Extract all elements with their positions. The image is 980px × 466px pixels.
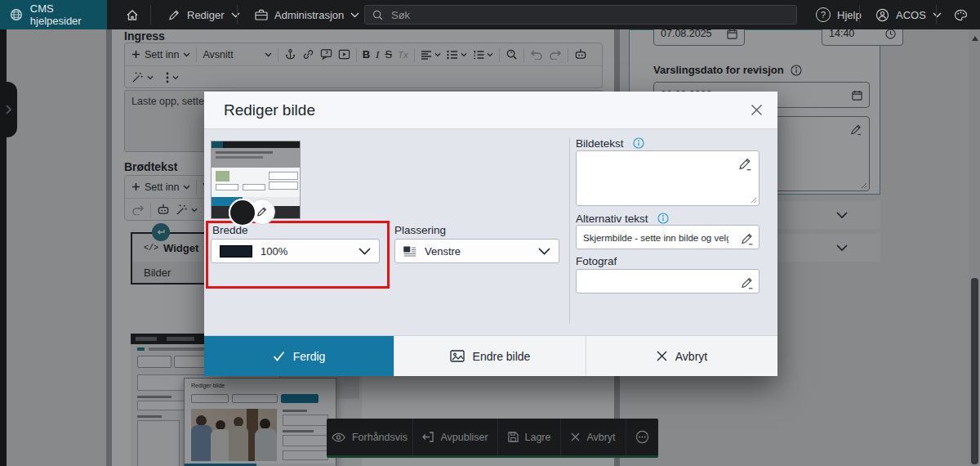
pencil-icon <box>738 157 752 171</box>
plassering-label: Plassering <box>394 224 446 236</box>
home-icon <box>126 9 139 21</box>
global-search[interactable] <box>364 5 797 25</box>
check-icon <box>273 351 285 361</box>
pencil-icon <box>741 232 754 245</box>
endre-bilde-button[interactable]: Endre bilde <box>394 336 586 376</box>
pencil-icon <box>256 206 268 217</box>
bildetekst-textarea[interactable] <box>576 150 760 206</box>
help-button[interactable]: ? Hjelp <box>804 0 873 29</box>
rediger-bilde-modal: Rediger bilde i <box>204 92 777 376</box>
cms-screen: Ingress Sett inn Avsnitt B <box>0 0 980 466</box>
chevron-down-icon <box>350 12 359 18</box>
fotograf-field[interactable] <box>576 269 760 293</box>
modal-close-icon[interactable] <box>751 104 763 116</box>
search-input[interactable] <box>390 8 768 22</box>
question-icon: ? <box>816 7 831 22</box>
modal-title: Rediger bilde <box>224 101 315 119</box>
chevron-down-icon <box>933 12 942 18</box>
resize-handle-icon[interactable] <box>751 197 757 204</box>
nav-administrasjon-menu[interactable]: Administrasjon <box>243 0 371 29</box>
modal-column-divider <box>569 137 570 324</box>
briefcase-icon <box>255 9 268 20</box>
image-info-button[interactable] <box>229 199 256 226</box>
search-icon <box>372 10 383 20</box>
info-icon[interactable] <box>633 137 644 149</box>
globe-icon <box>10 8 23 21</box>
modal-header: Rediger bilde <box>204 92 777 129</box>
image-icon <box>450 350 465 362</box>
brand-home-link[interactable]: CMS hjelpesider <box>0 0 107 29</box>
top-navbar: CMS hjelpesider Rediger Administrasjon ?… <box>0 0 980 29</box>
info-icon[interactable] <box>657 213 669 224</box>
highlight-annotation-box <box>206 221 390 289</box>
user-icon <box>875 8 889 22</box>
ferdig-button[interactable]: Ferdig <box>204 336 394 376</box>
pencil-icon <box>168 9 180 21</box>
plassering-dropdown[interactable]: Venstre <box>394 239 559 263</box>
chevron-down-icon <box>538 248 550 255</box>
chevron-down-icon <box>231 12 240 18</box>
alt-text-field <box>576 225 760 249</box>
fotograf-label: Fotograf <box>576 255 617 267</box>
nav-home-button[interactable] <box>114 0 150 29</box>
alt-label-row: Alternativ tekst <box>576 211 669 226</box>
avbryt-button[interactable]: Avbryt <box>586 336 777 376</box>
palette-icon <box>954 9 968 21</box>
close-icon <box>657 351 667 361</box>
align-image-left-icon <box>403 246 416 257</box>
pencil-icon <box>741 276 754 289</box>
user-menu[interactable]: ACOS <box>864 0 953 29</box>
bildetekst-label-row: Bildetekst <box>576 136 644 150</box>
modal-footer: Ferdig Endre bilde Avbryt <box>204 335 777 376</box>
theme-palette-button[interactable] <box>942 0 979 29</box>
alt-text-input[interactable] <box>581 228 730 248</box>
